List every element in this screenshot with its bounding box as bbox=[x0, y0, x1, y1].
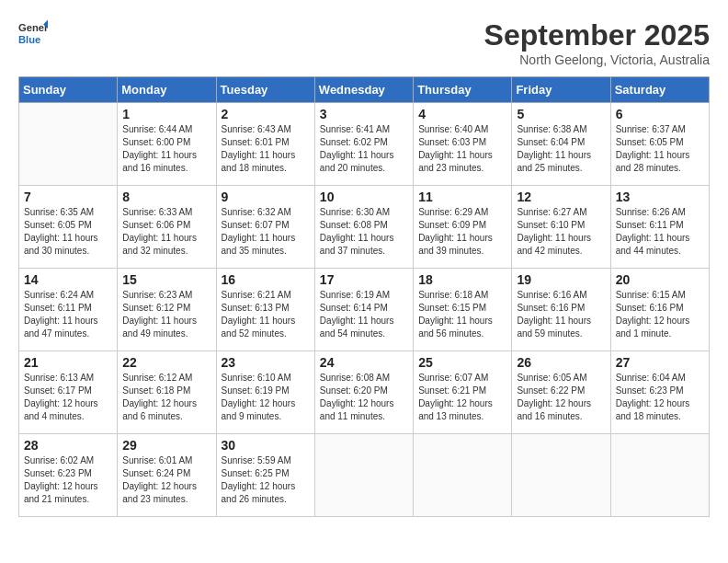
day-info: Sunrise: 6:18 AMSunset: 6:15 PMDaylight:… bbox=[418, 289, 506, 340]
day-header: Saturday bbox=[610, 77, 709, 103]
day-header: Thursday bbox=[414, 77, 512, 103]
calendar-cell: 18Sunrise: 6:18 AMSunset: 6:15 PMDayligh… bbox=[414, 269, 512, 351]
day-number: 17 bbox=[320, 272, 408, 287]
calendar-table: SundayMondayTuesdayWednesdayThursdayFrid… bbox=[18, 76, 710, 517]
calendar-cell: 17Sunrise: 6:19 AMSunset: 6:14 PMDayligh… bbox=[314, 269, 413, 351]
calendar-week-row: 1Sunrise: 6:44 AMSunset: 6:00 PMDaylight… bbox=[19, 103, 710, 186]
calendar-cell: 2Sunrise: 6:43 AMSunset: 6:01 PMDaylight… bbox=[216, 103, 314, 186]
day-number: 10 bbox=[320, 190, 408, 204]
calendar-cell: 7Sunrise: 6:35 AMSunset: 6:05 PMDaylight… bbox=[19, 186, 118, 269]
calendar-cell: 22Sunrise: 6:12 AMSunset: 6:18 PMDayligh… bbox=[118, 351, 216, 434]
calendar-cell bbox=[314, 434, 413, 517]
calendar-cell: 19Sunrise: 6:16 AMSunset: 6:16 PMDayligh… bbox=[512, 269, 610, 351]
calendar-cell: 26Sunrise: 6:05 AMSunset: 6:22 PMDayligh… bbox=[512, 351, 610, 434]
day-number: 2 bbox=[222, 107, 310, 121]
day-number: 1 bbox=[122, 107, 210, 121]
day-info: Sunrise: 6:08 AMSunset: 6:20 PMDaylight:… bbox=[320, 372, 408, 423]
day-info: Sunrise: 6:44 AMSunset: 6:00 PMDaylight:… bbox=[122, 123, 210, 175]
day-number: 28 bbox=[24, 438, 112, 453]
day-info: Sunrise: 6:30 AMSunset: 6:08 PMDaylight:… bbox=[320, 206, 408, 258]
svg-text:Blue: Blue bbox=[18, 34, 40, 45]
calendar-week-row: 21Sunrise: 6:13 AMSunset: 6:17 PMDayligh… bbox=[19, 351, 710, 434]
day-number: 11 bbox=[418, 190, 506, 204]
day-info: Sunrise: 6:07 AMSunset: 6:21 PMDaylight:… bbox=[418, 372, 506, 423]
calendar-week-row: 7Sunrise: 6:35 AMSunset: 6:05 PMDaylight… bbox=[19, 186, 710, 269]
calendar-cell: 24Sunrise: 6:08 AMSunset: 6:20 PMDayligh… bbox=[314, 351, 413, 434]
day-number: 27 bbox=[616, 355, 704, 370]
day-info: Sunrise: 6:02 AMSunset: 6:23 PMDaylight:… bbox=[24, 454, 112, 506]
calendar-cell: 10Sunrise: 6:30 AMSunset: 6:08 PMDayligh… bbox=[314, 186, 413, 269]
calendar-cell: 12Sunrise: 6:27 AMSunset: 6:10 PMDayligh… bbox=[512, 186, 610, 269]
day-header: Wednesday bbox=[314, 77, 413, 103]
day-info: Sunrise: 6:35 AMSunset: 6:05 PMDaylight:… bbox=[24, 206, 112, 258]
calendar-week-row: 28Sunrise: 6:02 AMSunset: 6:23 PMDayligh… bbox=[19, 434, 710, 517]
day-info: Sunrise: 6:33 AMSunset: 6:06 PMDaylight:… bbox=[122, 206, 210, 258]
day-info: Sunrise: 6:38 AMSunset: 6:04 PMDaylight:… bbox=[517, 123, 605, 175]
calendar-header-row: SundayMondayTuesdayWednesdayThursdayFrid… bbox=[19, 77, 710, 103]
calendar-cell: 1Sunrise: 6:44 AMSunset: 6:00 PMDaylight… bbox=[118, 103, 216, 186]
day-number: 5 bbox=[517, 107, 605, 121]
day-number: 24 bbox=[320, 355, 408, 370]
calendar-week-row: 14Sunrise: 6:24 AMSunset: 6:11 PMDayligh… bbox=[19, 269, 710, 351]
calendar-cell: 21Sunrise: 6:13 AMSunset: 6:17 PMDayligh… bbox=[19, 351, 118, 434]
day-header: Sunday bbox=[19, 77, 118, 103]
day-info: Sunrise: 6:37 AMSunset: 6:05 PMDaylight:… bbox=[616, 123, 704, 175]
calendar-cell: 9Sunrise: 6:32 AMSunset: 6:07 PMDaylight… bbox=[216, 186, 314, 269]
day-number: 9 bbox=[222, 190, 310, 204]
location: North Geelong, Victoria, Australia bbox=[484, 52, 710, 67]
day-number: 22 bbox=[122, 355, 210, 370]
calendar-cell: 3Sunrise: 6:41 AMSunset: 6:02 PMDaylight… bbox=[314, 103, 413, 186]
calendar-cell: 29Sunrise: 6:01 AMSunset: 6:24 PMDayligh… bbox=[118, 434, 216, 517]
day-number: 8 bbox=[122, 190, 210, 204]
day-number: 19 bbox=[517, 272, 605, 287]
day-info: Sunrise: 6:19 AMSunset: 6:14 PMDaylight:… bbox=[320, 289, 408, 340]
calendar-cell: 27Sunrise: 6:04 AMSunset: 6:23 PMDayligh… bbox=[610, 351, 709, 434]
day-number: 21 bbox=[24, 355, 112, 370]
day-info: Sunrise: 6:05 AMSunset: 6:22 PMDaylight:… bbox=[517, 372, 605, 423]
day-header: Tuesday bbox=[216, 77, 314, 103]
day-number: 30 bbox=[222, 438, 310, 453]
calendar-cell: 11Sunrise: 6:29 AMSunset: 6:09 PMDayligh… bbox=[414, 186, 512, 269]
title-block: September 2025 North Geelong, Victoria, … bbox=[484, 18, 710, 67]
calendar-cell bbox=[19, 103, 118, 186]
day-number: 25 bbox=[418, 355, 506, 370]
calendar-cell: 16Sunrise: 6:21 AMSunset: 6:13 PMDayligh… bbox=[216, 269, 314, 351]
day-info: Sunrise: 6:23 AMSunset: 6:12 PMDaylight:… bbox=[122, 289, 210, 340]
calendar-cell: 4Sunrise: 6:40 AMSunset: 6:03 PMDaylight… bbox=[414, 103, 512, 186]
calendar-cell: 15Sunrise: 6:23 AMSunset: 6:12 PMDayligh… bbox=[118, 269, 216, 351]
day-header: Friday bbox=[512, 77, 610, 103]
day-info: Sunrise: 6:04 AMSunset: 6:23 PMDaylight:… bbox=[616, 372, 704, 423]
calendar-cell: 14Sunrise: 6:24 AMSunset: 6:11 PMDayligh… bbox=[19, 269, 118, 351]
day-number: 15 bbox=[122, 272, 210, 287]
calendar-cell: 8Sunrise: 6:33 AMSunset: 6:06 PMDaylight… bbox=[118, 186, 216, 269]
day-info: Sunrise: 6:43 AMSunset: 6:01 PMDaylight:… bbox=[222, 123, 310, 175]
day-number: 18 bbox=[418, 272, 506, 287]
day-number: 20 bbox=[616, 272, 704, 287]
day-number: 4 bbox=[418, 107, 506, 121]
day-number: 29 bbox=[122, 438, 210, 453]
day-info: Sunrise: 6:01 AMSunset: 6:24 PMDaylight:… bbox=[122, 454, 210, 506]
day-info: Sunrise: 6:27 AMSunset: 6:10 PMDaylight:… bbox=[517, 206, 605, 258]
day-info: Sunrise: 5:59 AMSunset: 6:25 PMDaylight:… bbox=[222, 454, 310, 506]
day-number: 23 bbox=[222, 355, 310, 370]
day-number: 6 bbox=[616, 107, 704, 121]
day-info: Sunrise: 6:10 AMSunset: 6:19 PMDaylight:… bbox=[222, 372, 310, 423]
calendar-cell bbox=[610, 434, 709, 517]
calendar-cell bbox=[512, 434, 610, 517]
day-info: Sunrise: 6:32 AMSunset: 6:07 PMDaylight:… bbox=[222, 206, 310, 258]
day-number: 16 bbox=[222, 272, 310, 287]
calendar-cell: 30Sunrise: 5:59 AMSunset: 6:25 PMDayligh… bbox=[216, 434, 314, 517]
logo-icon: General Blue bbox=[18, 18, 48, 48]
day-number: 26 bbox=[517, 355, 605, 370]
svg-text:General: General bbox=[18, 22, 48, 33]
month-title: September 2025 bbox=[484, 18, 710, 52]
day-header: Monday bbox=[118, 77, 216, 103]
day-info: Sunrise: 6:16 AMSunset: 6:16 PMDaylight:… bbox=[517, 289, 605, 340]
day-info: Sunrise: 6:24 AMSunset: 6:11 PMDaylight:… bbox=[24, 289, 112, 340]
day-info: Sunrise: 6:26 AMSunset: 6:11 PMDaylight:… bbox=[616, 206, 704, 258]
calendar-cell: 6Sunrise: 6:37 AMSunset: 6:05 PMDaylight… bbox=[610, 103, 709, 186]
day-info: Sunrise: 6:21 AMSunset: 6:13 PMDaylight:… bbox=[222, 289, 310, 340]
day-info: Sunrise: 6:29 AMSunset: 6:09 PMDaylight:… bbox=[418, 206, 506, 258]
day-info: Sunrise: 6:40 AMSunset: 6:03 PMDaylight:… bbox=[418, 123, 506, 175]
day-number: 12 bbox=[517, 190, 605, 204]
